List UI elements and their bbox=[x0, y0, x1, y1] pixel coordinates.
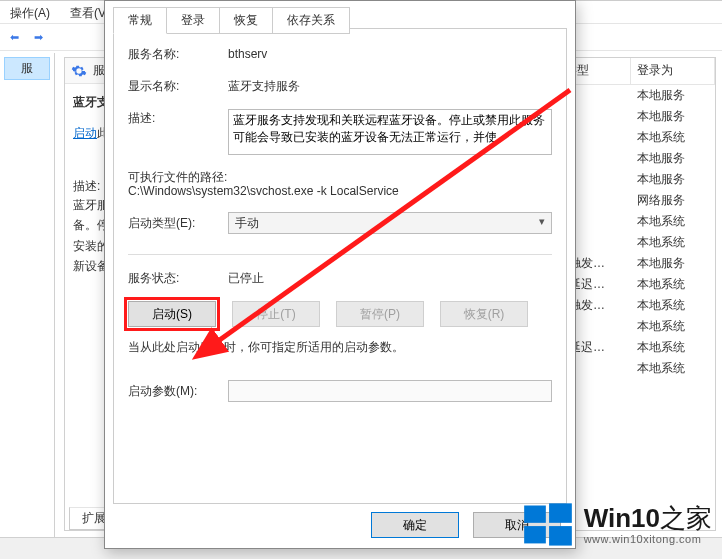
start-params-input bbox=[228, 380, 552, 402]
cell-logon-as: 本地系统 bbox=[631, 297, 715, 314]
start-link[interactable]: 启动 bbox=[73, 125, 97, 142]
cell-logon-as: 本地服务 bbox=[631, 87, 715, 104]
start-button[interactable]: 启动(S) bbox=[128, 301, 216, 327]
ok-button[interactable]: 确定 bbox=[371, 512, 459, 538]
start-note: 当从此处启动服务时，你可指定所适用的启动参数。 bbox=[128, 339, 552, 356]
menu-ops[interactable]: 操作(A) bbox=[4, 3, 56, 21]
start-params-label: 启动参数(M): bbox=[128, 382, 228, 400]
description-label: 描述: bbox=[128, 109, 228, 127]
description-text[interactable] bbox=[228, 109, 552, 155]
tab-dependencies[interactable]: 依存关系 bbox=[272, 7, 350, 34]
col-logon-as[interactable]: 登录为 bbox=[631, 58, 715, 84]
pause-button: 暂停(P) bbox=[336, 301, 424, 327]
menubar: 操作(A) 查看(V) bbox=[0, 1, 120, 23]
cell-logon-as: 本地系统 bbox=[631, 339, 715, 356]
gear-icon bbox=[71, 63, 87, 79]
cell-logon-as: 本地服务 bbox=[631, 171, 715, 188]
cell-logon-as: 本地系统 bbox=[631, 234, 715, 251]
startup-type-label: 启动类型(E): bbox=[128, 214, 228, 232]
exec-path-value: C:\Windows\system32\svchost.exe -k Local… bbox=[128, 184, 552, 198]
cell-logon-as: 本地系统 bbox=[631, 213, 715, 230]
status-value: 已停止 bbox=[228, 269, 552, 287]
windows-logo-icon bbox=[522, 499, 574, 551]
startup-type-select[interactable]: 手动 bbox=[228, 212, 552, 234]
cell-logon-as: 本地系统 bbox=[631, 318, 715, 335]
status-label: 服务状态: bbox=[128, 269, 228, 287]
service-control-buttons: 启动(S) 停止(T) 暂停(P) 恢复(R) bbox=[128, 301, 552, 327]
wm-suffix: 之家 bbox=[660, 503, 712, 533]
resume-button: 恢复(R) bbox=[440, 301, 528, 327]
cell-logon-as: 本地系统 bbox=[631, 276, 715, 293]
service-name-label: 服务名称: bbox=[128, 45, 228, 63]
wm-url: www.win10xitong.com bbox=[584, 533, 712, 545]
svg-rect-5 bbox=[549, 526, 572, 546]
separator bbox=[128, 254, 552, 255]
cell-logon-as: 本地服务 bbox=[631, 150, 715, 167]
cell-logon-as: 网络服务 bbox=[631, 192, 715, 209]
svg-rect-3 bbox=[549, 503, 572, 522]
dialog-tabs: 常规 登录 恢复 依存关系 bbox=[113, 7, 349, 34]
tab-recovery[interactable]: 恢复 bbox=[219, 7, 273, 34]
cell-logon-as: 本地系统 bbox=[631, 360, 715, 377]
dialog-body: 服务名称: bthserv 显示名称: 蓝牙支持服务 描述: 可执行文件的路径:… bbox=[113, 28, 567, 504]
svg-rect-2 bbox=[524, 506, 546, 523]
tab-logon[interactable]: 登录 bbox=[166, 7, 220, 34]
cell-logon-as: 本地服务 bbox=[631, 255, 715, 272]
tree-item-services[interactable]: 服 bbox=[4, 57, 50, 80]
watermark: Win10之家 www.win10xitong.com bbox=[522, 499, 712, 551]
left-tree: 服 bbox=[0, 53, 55, 537]
back-icon[interactable]: ⬅ bbox=[4, 27, 24, 47]
svg-rect-4 bbox=[524, 526, 546, 543]
wm-brand: Win10 bbox=[584, 503, 660, 533]
stop-button: 停止(T) bbox=[232, 301, 320, 327]
display-name-label: 显示名称: bbox=[128, 77, 228, 95]
display-name-value: 蓝牙支持服务 bbox=[228, 77, 552, 95]
forward-icon[interactable]: ➡ bbox=[28, 27, 48, 47]
cell-logon-as: 本地服务 bbox=[631, 108, 715, 125]
properties-dialog: 常规 登录 恢复 依存关系 服务名称: bthserv 显示名称: 蓝牙支持服务… bbox=[104, 0, 576, 549]
cell-logon-as: 本地系统 bbox=[631, 129, 715, 146]
service-name-value: bthserv bbox=[228, 45, 552, 63]
tab-general[interactable]: 常规 bbox=[113, 7, 167, 34]
